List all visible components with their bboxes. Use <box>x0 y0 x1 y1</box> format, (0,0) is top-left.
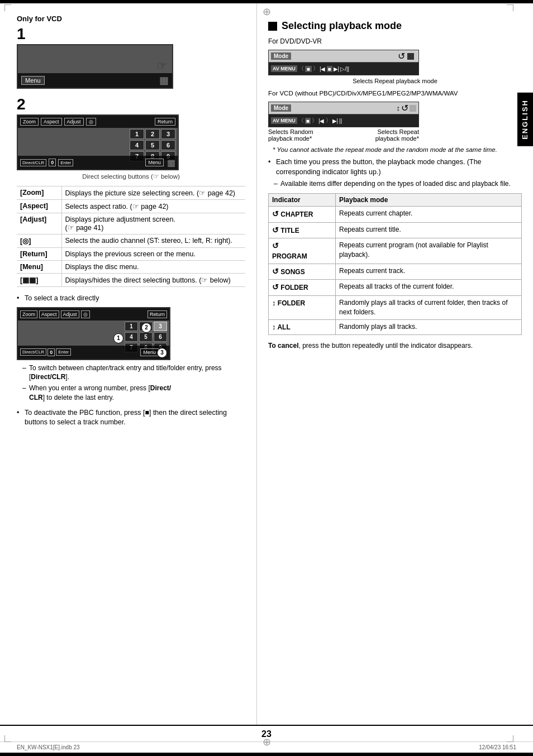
direct-clr-small: Direct/CLR <box>20 348 46 356</box>
repeat-icon-vcd: ↺ <box>401 103 408 113</box>
indicator-title: ↺ TITLE <box>269 222 336 238</box>
aspect-btn[interactable]: Aspect <box>41 118 62 126</box>
menu-btn-2[interactable]: Menu <box>145 159 164 166</box>
row-songs: ↺ SONGS Repeats current track. <box>269 264 522 280</box>
selects-repeat-label-dvd: Selects Repeat playback mode <box>268 78 522 84</box>
adjust-btn-small: Adjust <box>61 310 79 318</box>
sub-bullet-2: When you enter a wrong number, press [Di… <box>22 384 245 403</box>
audio-btn[interactable]: ◎ <box>86 118 96 126</box>
dvd-mode-display: Mode ↺ AV MENU 〈 ■ 〉 |◀ ■ ▶| ▷/|| <box>268 50 419 75</box>
grid-4: 4 <box>130 140 144 150</box>
deactivate-bullet-list: To deactivate the PBC function, press [■… <box>17 408 245 428</box>
note-asterisk: * You cannot activate the repeat mode an… <box>268 145 522 154</box>
av-menu-label-vcd: AV MENU <box>271 117 297 124</box>
step2-number: 2 <box>17 97 245 112</box>
feature-row-zoom: [Zoom] Displays the picture size selecti… <box>17 186 245 200</box>
mode-all: Randomly plays all tracks. <box>336 319 522 334</box>
small-screen-track: Zoom Aspect Adjust ◎ Return 1 2 3 4 5 6 … <box>17 307 170 360</box>
feature-row-menu: [Menu] Displays the disc menu. <box>17 261 245 274</box>
cancel-text: To cancel, press the button repeatedly u… <box>268 341 522 351</box>
aspect-btn-small: Aspect <box>39 310 59 318</box>
left-column: Only for VCD 1 Menu ▦ ☞ 2 Zoom Aspect <box>0 3 257 725</box>
screen2: Zoom Aspect Adjust ◎ Return 1 2 3 4 5 6 … <box>17 114 179 170</box>
direct-clr-btn[interactable]: Direct/CLR <box>20 159 46 166</box>
mode-folder-repeat: Repeats all tracks of the current folder… <box>336 280 522 296</box>
screen1: Menu ▦ ☞ <box>17 44 173 89</box>
grid-1: 1 <box>130 129 144 139</box>
dvd-label: For DVD/DVD-VR <box>268 36 522 46</box>
audio-btn-small: ◎ <box>81 310 90 318</box>
return-btn[interactable]: Return <box>155 118 175 126</box>
grid-3: 3 <box>161 129 175 139</box>
stop-icon-vcd <box>410 105 416 112</box>
header-indicator: Indicator <box>269 194 336 207</box>
dvd-mode-label: Mode <box>271 52 291 60</box>
return-btn-small: Return <box>147 310 167 318</box>
feature-row-adjust: [Adjust] Displays picture adjustment scr… <box>17 213 245 235</box>
section-heading-vcd: Only for VCD <box>17 15 245 23</box>
circle-1: 1 <box>113 333 123 343</box>
grid-icon-2: ▦ <box>167 157 175 168</box>
bullet-select-track: To select a track directly <box>17 294 245 304</box>
feature-key-adjust: [Adjust] <box>17 213 61 235</box>
row-folder-repeat: ↺ FOLDER Repeats all tracks of the curre… <box>269 280 522 296</box>
feature-key-menu: [Menu] <box>17 261 61 274</box>
random-icon-vcd: ↕ <box>397 104 401 112</box>
feature-key-aspect: [Aspect] <box>17 200 61 213</box>
footer-left: EN_KW-NSX1[E].indb 23 <box>17 744 80 750</box>
playback-table: Indicator Playback mode ↺ CHAPTER Repeat… <box>268 193 522 335</box>
step1-number: 1 <box>17 26 245 42</box>
feature-val-zoom: Displays the picture size selecting scre… <box>61 186 245 200</box>
page-number: 23 <box>0 725 533 741</box>
feature-row-audio: [◎] Selects the audio channel (ST: stere… <box>17 235 245 248</box>
feature-val-audio: Selects the audio channel (ST: stereo, L… <box>61 235 245 248</box>
indicator-all: ↕ ALL <box>269 319 336 334</box>
page-footer-area: 23 EN_KW-NSX1[E].indb 23 12/04/23 16:51 <box>0 725 533 753</box>
footer-info: EN_KW-NSX1[E].indb 23 12/04/23 16:51 <box>0 741 533 753</box>
grid-0: 0 <box>49 159 56 166</box>
dvd-mode-row1: Mode ↺ <box>269 50 418 63</box>
sub-bullet-1: To switch between chapter/track entry an… <box>22 363 245 382</box>
black-square-icon <box>268 22 277 31</box>
right-column: ENGLISH Selecting playback mode For DVD/… <box>257 3 533 725</box>
indicator-folder-repeat: ↺ FOLDER <box>269 280 336 296</box>
menu-btn-1[interactable]: Menu <box>21 76 45 85</box>
lang-tab: ENGLISH <box>517 93 533 146</box>
vcd-mode-row1: Mode ↕ ↺ <box>269 102 418 114</box>
enter-btn[interactable]: Enter <box>58 159 73 166</box>
bottom-border <box>0 753 533 756</box>
header-playback-mode: Playback mode <box>336 194 522 207</box>
indicator-chapter: ↺ CHAPTER <box>269 207 336 223</box>
feature-val-grid: Displays/hides the direct selecting butt… <box>61 274 245 287</box>
grid-2: 2 <box>145 129 160 139</box>
playback-table-header: Indicator Playback mode <box>269 194 522 207</box>
feature-row-grid: [▦▦] Displays/hides the direct selecting… <box>17 274 245 287</box>
indicator-folder-random: ↕ FOLDER <box>269 295 336 319</box>
hand-icon-1: ☞ <box>156 59 168 73</box>
feature-table: [Zoom] Displays the picture size selecti… <box>17 186 245 287</box>
mode-title: Repeats current title. <box>336 222 522 238</box>
zoom-btn[interactable]: Zoom <box>20 118 39 126</box>
selects-row-vcd: Selects Randomplayback mode* Selects Rep… <box>268 128 419 142</box>
dvd-mode-row2: AV MENU 〈 ■ 〉 |◀ ■ ▶| ▷/|| <box>269 63 418 75</box>
feature-row-aspect: [Aspect] Selects aspect ratio. (☞ page 4… <box>17 200 245 213</box>
zoom-btn-small: Zoom <box>20 310 37 318</box>
feature-val-aspect: Selects aspect ratio. (☞ page 42) <box>61 200 245 213</box>
row-chapter: ↺ CHAPTER Repeats current chapter. <box>269 207 522 223</box>
section-title-bar: Selecting playback mode <box>268 20 522 32</box>
av-menu-label-dvd: AV MENU <box>271 65 297 72</box>
sub-bullet-list: To switch between chapter/track entry an… <box>17 363 245 403</box>
page-container: ⊕ ⊕ Only for VCD 1 Menu ▦ ☞ 2 <box>0 0 533 756</box>
indicator-program: ↺PROGRAM <box>269 238 336 264</box>
bullet-each: Each time you press the button, the play… <box>268 157 522 177</box>
mode-chapter: Repeats current chapter. <box>336 207 522 223</box>
direct-buttons-caption: Direct selecting buttons (☞ below) <box>17 173 245 180</box>
selects-random: Selects Randomplayback mode* <box>268 128 313 142</box>
feature-key-return: [Return] <box>17 248 61 261</box>
vcd-mode-display: Mode ↕ ↺ AV MENU 〈 ■ 〉 |◀ 〉 ▶| || <box>268 102 419 127</box>
deactivate-bullet: To deactivate the PBC function, press [■… <box>17 408 245 428</box>
grid-5: 5 <box>145 140 160 150</box>
mode-folder-random: Randomly plays all tracks of current fol… <box>336 295 522 319</box>
sub-available: Available items differ depending on the … <box>274 179 522 189</box>
adjust-btn[interactable]: Adjust <box>64 118 84 126</box>
